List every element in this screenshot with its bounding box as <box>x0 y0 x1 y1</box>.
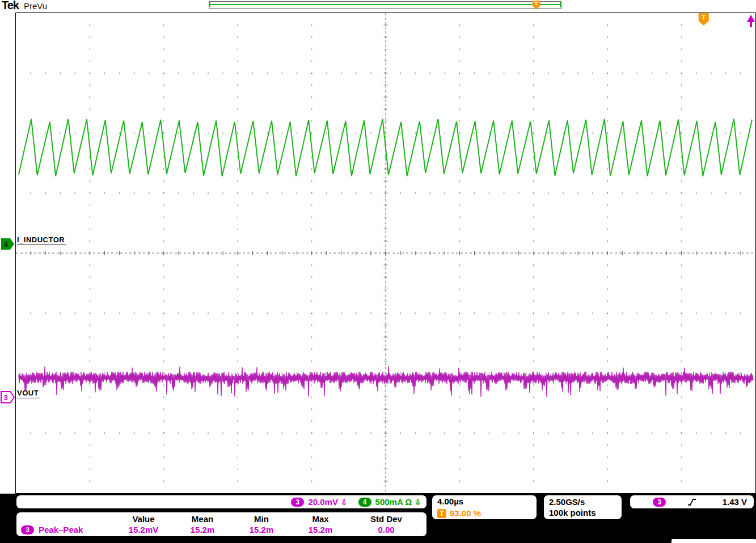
measurement-value: 15.2mV <box>114 525 173 534</box>
record-waveform-line <box>210 4 560 5</box>
bw-letter-w: W <box>342 502 346 506</box>
rising-edge-icon <box>687 498 696 507</box>
ch3-marker-number: 3 <box>3 393 7 402</box>
ch3-waveform-label: VOUT <box>17 389 40 398</box>
measurement-stddev: 0.00 <box>350 525 423 534</box>
datetime-box <box>670 538 756 543</box>
trigger-level-value: 1.43 V <box>723 497 747 507</box>
ch4-reference-marker[interactable]: 4 <box>1 238 15 250</box>
oscilloscope-screen: Tek PreVu T T 4 3 I_INDUCTOR VOUT 3 20.0… <box>0 0 756 543</box>
trigger-level-readout[interactable]: 3 1.43 V <box>629 494 755 510</box>
ch3-scale-value: 20.0mV <box>308 497 338 507</box>
measurement-header-row: Value Mean Min Max Std Dev <box>16 513 426 524</box>
timebase-value: 4.00µs <box>437 496 463 506</box>
record-length-value: 100k points <box>549 508 596 517</box>
trigger-source-badge[interactable]: 3 <box>653 498 666 507</box>
ch4-marker-number: 4 <box>3 240 8 249</box>
bw-letter-w: W <box>416 502 420 506</box>
measurement-channel-badge: 3 <box>21 525 34 534</box>
measurement-mean: 15.2m <box>173 525 232 534</box>
ch4-scale-value: 500mA Ω <box>375 497 412 507</box>
svg-text:T: T <box>702 14 706 22</box>
record-trigger-flag[interactable]: T <box>533 1 540 9</box>
timebase-row: 4.00µs <box>437 496 537 507</box>
timebase-trigger-readout[interactable]: 4.00µs T 93.00 % <box>431 494 538 520</box>
ch4-badge[interactable]: 4 <box>358 498 371 507</box>
measurement-min: 15.2m <box>232 525 291 534</box>
waveform-plot: T <box>16 13 755 493</box>
measurement-name: Peak–Peak <box>39 525 83 534</box>
ch4-bandwidth-icon: BW <box>416 499 420 506</box>
record-start-tick <box>209 2 210 7</box>
meas-header-value: Value <box>114 514 173 524</box>
trigger-level-offscreen-arrow-icon <box>747 15 755 27</box>
trigger-badge: T <box>437 509 446 518</box>
graticule: T <box>15 12 756 494</box>
display-area: Tek PreVu T T 4 3 I_INDUCTOR VOUT <box>0 0 756 494</box>
trigger-position-value: 93.00 % <box>450 508 481 518</box>
measurement-row[interactable]: 3 Peak–Peak 15.2mV 15.2m 15.2m 15.2m 0.0… <box>16 524 426 535</box>
measurement-max: 15.2m <box>291 525 350 534</box>
measurement-table[interactable]: Value Mean Min Max Std Dev 3 Peak–Peak 1… <box>15 511 428 537</box>
ch3-reference-marker[interactable]: 3 <box>1 391 15 403</box>
meas-header-stddev: Std Dev <box>350 514 423 524</box>
sample-rate-value: 2.50GS/s <box>549 497 585 507</box>
meas-header-mean: Mean <box>173 514 232 524</box>
channel-scale-readout[interactable]: 3 20.0mV BW 4 500mA Ω BW <box>15 494 428 510</box>
ch4-waveform-label: I_INDUCTOR <box>17 235 66 245</box>
acquisition-readout[interactable]: 2.50GS/s 100k points <box>543 494 623 520</box>
measurement-name-cell: 3 Peak–Peak <box>16 525 114 534</box>
meas-header-max: Max <box>291 514 350 524</box>
meas-header-min: Min <box>232 514 291 524</box>
record-view-bar[interactable]: T <box>209 1 561 9</box>
record-end-tick <box>560 2 561 7</box>
ch3-trace <box>19 366 753 397</box>
ch3-bandwidth-icon: BW <box>342 499 346 506</box>
ch3-badge[interactable]: 3 <box>291 498 304 507</box>
trigger-position-row: T 93.00 % <box>437 508 537 519</box>
tek-logo: Tek <box>2 0 19 12</box>
trigger-position-flag[interactable]: T <box>699 13 709 26</box>
acquisition-mode-label: PreVu <box>24 1 47 11</box>
